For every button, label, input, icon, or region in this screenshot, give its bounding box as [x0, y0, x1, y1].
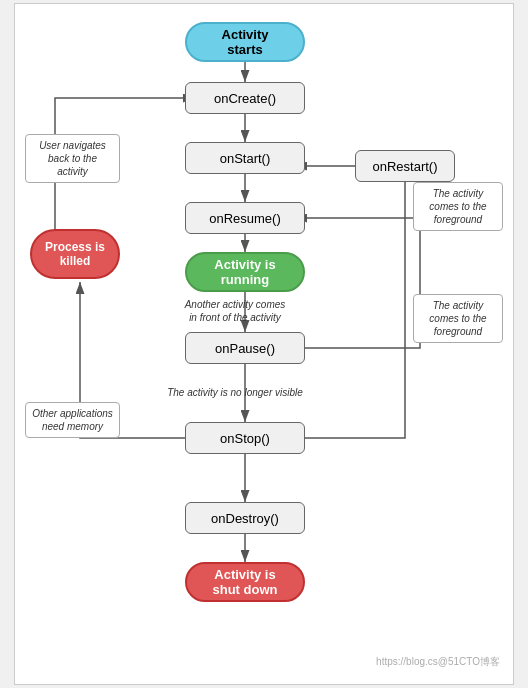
on-restart-node: onRestart() — [355, 150, 455, 182]
process-killed-node: Process iskilled — [30, 229, 120, 279]
foreground1-label: The activitycomes to theforeground — [413, 182, 503, 231]
diagram-container: Activitystarts onCreate() onStart() onRe… — [14, 3, 514, 685]
on-pause-label: onPause() — [215, 341, 275, 356]
on-destroy-label: onDestroy() — [211, 511, 279, 526]
on-destroy-node: onDestroy() — [185, 502, 305, 534]
on-create-node: onCreate() — [185, 82, 305, 114]
diagram-inner: Activitystarts onCreate() onStart() onRe… — [25, 14, 505, 674]
on-start-label: onStart() — [220, 151, 271, 166]
activity-starts-node: Activitystarts — [185, 22, 305, 62]
on-restart-label: onRestart() — [372, 159, 437, 174]
on-resume-label: onResume() — [209, 211, 281, 226]
another-activity-label: Another activity comesin front of the ac… — [165, 294, 305, 328]
process-killed-label: Process iskilled — [45, 240, 105, 268]
on-start-node: onStart() — [185, 142, 305, 174]
no-longer-visible-label: The activity is no longer visible — [145, 382, 325, 403]
foreground2-label: The activitycomes to theforeground — [413, 294, 503, 343]
on-stop-label: onStop() — [220, 431, 270, 446]
activity-shutdown-node: Activity isshut down — [185, 562, 305, 602]
other-apps-label: Other applicationsneed memory — [25, 402, 120, 438]
activity-running-node: Activity isrunning — [185, 252, 305, 292]
on-stop-node: onStop() — [185, 422, 305, 454]
activity-starts-label: Activitystarts — [222, 27, 269, 57]
activity-running-label: Activity isrunning — [214, 257, 275, 287]
on-create-label: onCreate() — [214, 91, 276, 106]
watermark: https://blog.cs@51CTO博客 — [376, 655, 500, 669]
on-resume-node: onResume() — [185, 202, 305, 234]
on-pause-node: onPause() — [185, 332, 305, 364]
activity-shutdown-label: Activity isshut down — [213, 567, 278, 597]
user-navigates-label: User navigatesback to theactivity — [25, 134, 120, 183]
